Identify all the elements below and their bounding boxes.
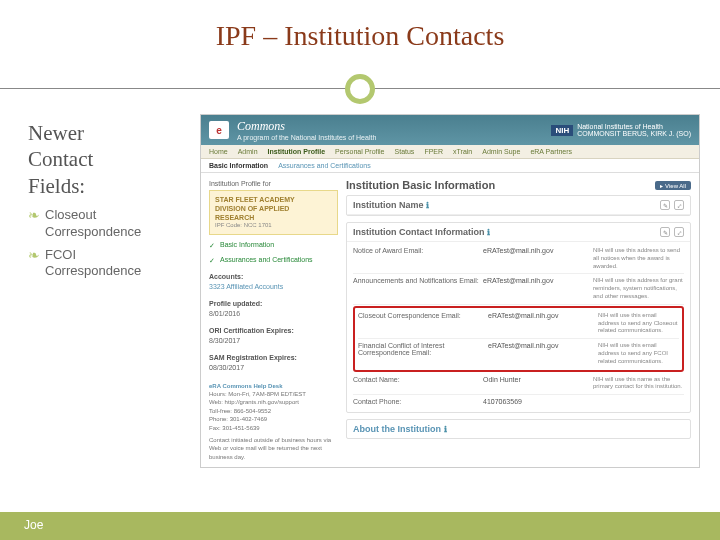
- top-nav: Home Admin Institution Profile Personal …: [201, 145, 699, 159]
- org-name: DIVISION OF APPLIED: [215, 204, 332, 213]
- nav-personal-profile[interactable]: Personal Profile: [335, 148, 384, 155]
- nih-line: National Institutes of Health: [577, 123, 691, 130]
- edit-icon[interactable]: ✎: [660, 200, 670, 210]
- left-heading-line: Contact: [28, 146, 200, 172]
- help-fax: Fax: 301-451-5639: [209, 424, 338, 432]
- section-contact-info: Institution Contact Information ℹ ✎⤢ Not…: [346, 222, 691, 413]
- bullet-text: FCOI: [45, 247, 76, 262]
- sub-nav: Basic Information Assurances and Certifi…: [201, 159, 699, 173]
- table-row: Contact Name: Odin Hunter NIH will use t…: [353, 373, 684, 396]
- row-label: Contact Name:: [353, 376, 483, 392]
- nav-home[interactable]: Home: [209, 148, 228, 155]
- help-phone: Phone: 301-402-7469: [209, 415, 338, 423]
- help-icon[interactable]: ℹ: [487, 228, 490, 237]
- nav-institution-profile[interactable]: Institution Profile: [268, 148, 326, 155]
- nav-fper[interactable]: FPER: [424, 148, 443, 155]
- row-note: NIH will use this email address to send …: [598, 342, 679, 365]
- nav-admin-supe[interactable]: Admin Supe: [482, 148, 520, 155]
- sidebar-link-assurances[interactable]: Assurances and Certifications: [209, 255, 338, 266]
- row-note: NIH will use this name as the primary co…: [593, 376, 684, 392]
- expand-icon[interactable]: ⤢: [674, 227, 684, 237]
- help-web: Web: http://grants.nih.gov/support: [209, 398, 338, 406]
- screenshot-panel: e Commons A program of the National Inst…: [200, 114, 720, 468]
- ipf-code: IPF Code: NCC 1701: [215, 222, 332, 230]
- nav-admin[interactable]: Admin: [238, 148, 258, 155]
- edit-icon[interactable]: ✎: [660, 227, 670, 237]
- help-hours: Hours: Mon-Fri, 7AM-8PM EDT/EST: [209, 390, 338, 398]
- row-label: Contact Phone:: [353, 398, 483, 405]
- sidebar-link-basic[interactable]: Basic Information: [209, 240, 338, 251]
- app-banner: e Commons A program of the National Inst…: [201, 115, 699, 145]
- era-commons-screenshot: e Commons A program of the National Inst…: [200, 114, 700, 468]
- row-note: [593, 398, 684, 405]
- sidebar-profile-for: Institution Profile for: [209, 179, 338, 190]
- row-value: eRATest@mail.nih.gov: [488, 342, 598, 365]
- highlighted-rows: Closeout Correspondence Email: eRATest@m…: [353, 306, 684, 372]
- about-institution: About the Institution ℹ: [346, 419, 691, 439]
- table-row: Financial Conflict of Interest Correspon…: [358, 339, 679, 368]
- nav-status[interactable]: Status: [395, 148, 415, 155]
- accounts-value[interactable]: 3323 Affiliated Accounts: [209, 282, 338, 293]
- help-title: eRA Commons Help Desk: [209, 382, 338, 390]
- brand-name: Commons: [237, 119, 376, 134]
- expand-icon[interactable]: ⤢: [674, 200, 684, 210]
- nih-badge: NIH: [551, 125, 573, 136]
- table-row: Contact Phone: 4107063569: [353, 395, 684, 408]
- row-value: eRATest@mail.nih.gov: [483, 247, 593, 270]
- updated-value: 8/01/2016: [209, 309, 338, 320]
- left-heading-line: Newer: [28, 120, 200, 146]
- ring-icon: [345, 74, 375, 104]
- nav-xtrain[interactable]: xTrain: [453, 148, 472, 155]
- row-label: Announcements and Notifications Email:: [353, 277, 483, 300]
- help-icon[interactable]: ℹ: [426, 201, 429, 210]
- org-name: RESEARCH: [215, 213, 332, 222]
- helpdesk: eRA Commons Help Desk Hours: Mon-Fri, 7A…: [209, 382, 338, 462]
- nav-era-partners[interactable]: eRA Partners: [530, 148, 572, 155]
- accounts-label: Accounts:: [209, 272, 338, 283]
- left-heading-line: Fields:: [28, 173, 200, 199]
- slide-footer: Joe: [0, 512, 720, 540]
- org-box: STAR FLEET ACADEMY DIVISION OF APPLIED R…: [209, 190, 338, 235]
- row-note: NIH will use this address to send all no…: [593, 247, 684, 270]
- bullet-text: Closeout: [45, 207, 96, 222]
- slide-title: IPF – Institution Contacts: [0, 20, 720, 52]
- help-icon[interactable]: ℹ: [444, 425, 447, 434]
- sam-value: 08/30/2017: [209, 363, 338, 374]
- view-all-button[interactable]: ▸ View All: [655, 181, 691, 190]
- main-header: Institution Basic Information: [346, 179, 495, 191]
- row-label: Closeout Correspondence Email:: [358, 312, 488, 335]
- row-value: 4107063569: [483, 398, 593, 405]
- about-title: About the Institution: [353, 424, 441, 434]
- bullet-icon: ❧: [28, 207, 40, 224]
- table-row: Notice of Award Email: eRATest@mail.nih.…: [353, 244, 684, 274]
- era-logo-icon: e: [209, 121, 229, 139]
- table-row: Announcements and Notifications Email: e…: [353, 274, 684, 304]
- row-value: Odin Hunter: [483, 376, 593, 392]
- bullet-icon: ❧: [28, 247, 40, 264]
- updated-label: Profile updated:: [209, 299, 338, 310]
- row-note: NIH will use this address for grant remi…: [593, 277, 684, 300]
- table-row: Closeout Correspondence Email: eRATest@m…: [358, 309, 679, 339]
- section-title: Institution Name: [353, 200, 424, 210]
- row-value: eRATest@mail.nih.gov: [483, 277, 593, 300]
- user-label: COMMONSIT BERUS, KIRK J. (SO): [577, 130, 691, 137]
- left-panel: Newer Contact Fields: ❧ Closeout Corresp…: [0, 114, 200, 468]
- bullet-text: Correspondence: [45, 224, 141, 239]
- ori-label: ORI Certification Expires:: [209, 326, 338, 337]
- row-label: Financial Conflict of Interest Correspon…: [358, 342, 488, 365]
- bullet-text: Correspondence: [45, 263, 141, 278]
- nih-block: NIH National Institutes of Health COMMON…: [551, 123, 691, 137]
- left-heading: Newer Contact Fields:: [28, 120, 200, 199]
- help-toll: Toll-free: 866-504-9552: [209, 407, 338, 415]
- help-note: Contact initiated outside of business ho…: [209, 436, 338, 461]
- row-value: eRATest@mail.nih.gov: [488, 312, 598, 335]
- org-name: STAR FLEET ACADEMY: [215, 195, 332, 204]
- brand-subtitle: A program of the National Institutes of …: [237, 134, 376, 141]
- divider: [0, 74, 720, 104]
- ori-value: 8/30/2017: [209, 336, 338, 347]
- row-label: Notice of Award Email:: [353, 247, 483, 270]
- subnav-assurances[interactable]: Assurances and Certifications: [278, 162, 371, 169]
- subnav-basic-info[interactable]: Basic Information: [209, 162, 268, 169]
- bullet-item: ❧ Closeout Correspondence: [28, 207, 200, 241]
- bullet-item: ❧ FCOI Correspondence: [28, 247, 200, 281]
